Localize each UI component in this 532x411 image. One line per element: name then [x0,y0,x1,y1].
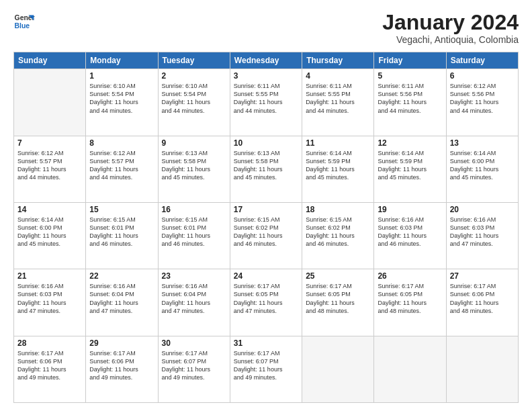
calendar-day-cell [302,336,374,402]
calendar-day-cell [374,336,446,402]
day-number: 5 [378,71,442,81]
day-number: 6 [450,71,515,81]
day-info: Sunrise: 6:14 AM Sunset: 5:59 PM Dayligh… [306,149,370,182]
calendar-day-cell: 12Sunrise: 6:14 AM Sunset: 5:59 PM Dayli… [374,136,446,202]
day-info: Sunrise: 6:17 AM Sunset: 6:07 PM Dayligh… [162,349,226,382]
day-number: 21 [17,271,82,281]
day-number: 3 [234,71,298,81]
day-info: Sunrise: 6:17 AM Sunset: 6:05 PM Dayligh… [234,282,298,315]
day-number: 27 [450,271,515,281]
calendar-day-cell: 7Sunrise: 6:12 AM Sunset: 5:57 PM Daylig… [14,136,86,202]
svg-text:Blue: Blue [15,22,30,30]
day-number: 18 [306,205,370,214]
logo: General Blue [13,11,35,32]
calendar-day-cell: 23Sunrise: 6:16 AM Sunset: 6:04 PM Dayli… [158,269,230,336]
day-info: Sunrise: 6:14 AM Sunset: 5:59 PM Dayligh… [378,149,442,182]
day-number: 25 [306,271,370,281]
day-info: Sunrise: 6:16 AM Sunset: 6:03 PM Dayligh… [17,282,82,315]
calendar-day-cell: 9Sunrise: 6:13 AM Sunset: 5:58 PM Daylig… [158,136,230,202]
day-info: Sunrise: 6:12 AM Sunset: 5:56 PM Dayligh… [450,82,515,115]
day-info: Sunrise: 6:15 AM Sunset: 6:01 PM Dayligh… [89,216,154,248]
day-info: Sunrise: 6:17 AM Sunset: 6:06 PM Dayligh… [450,282,515,315]
day-info: Sunrise: 6:15 AM Sunset: 6:01 PM Dayligh… [162,216,226,248]
calendar-day-cell: 28Sunrise: 6:17 AM Sunset: 6:06 PM Dayli… [14,336,86,402]
calendar-day-cell: 8Sunrise: 6:12 AM Sunset: 5:57 PM Daylig… [86,136,158,202]
calendar-day-cell: 19Sunrise: 6:16 AM Sunset: 6:03 PM Dayli… [374,202,446,269]
calendar-header-cell: Thursday [302,52,374,69]
calendar-week-row: 28Sunrise: 6:17 AM Sunset: 6:06 PM Dayli… [14,336,519,402]
calendar-day-cell: 10Sunrise: 6:13 AM Sunset: 5:58 PM Dayli… [230,136,302,202]
day-info: Sunrise: 6:17 AM Sunset: 6:06 PM Dayligh… [17,349,82,382]
header: General Blue January 2024 Vegachi, Antio… [13,11,519,45]
day-info: Sunrise: 6:17 AM Sunset: 6:06 PM Dayligh… [89,349,154,382]
calendar-header-cell: Sunday [14,52,86,69]
day-number: 14 [17,205,82,214]
calendar-week-row: 14Sunrise: 6:14 AM Sunset: 6:00 PM Dayli… [14,202,519,269]
calendar-day-cell: 26Sunrise: 6:17 AM Sunset: 6:05 PM Dayli… [374,269,446,336]
day-info: Sunrise: 6:17 AM Sunset: 6:07 PM Dayligh… [234,349,298,382]
day-info: Sunrise: 6:15 AM Sunset: 6:02 PM Dayligh… [306,216,370,248]
logo-icon: General Blue [13,11,35,32]
calendar-day-cell: 4Sunrise: 6:11 AM Sunset: 5:55 PM Daylig… [302,69,374,136]
calendar-day-cell [446,336,518,402]
title-block: January 2024 Vegachi, Antioquia, Colombi… [382,11,519,45]
calendar-week-row: 1Sunrise: 6:10 AM Sunset: 5:54 PM Daylig… [14,69,519,136]
day-number: 22 [89,271,154,281]
calendar-header-cell: Wednesday [230,52,302,69]
day-info: Sunrise: 6:16 AM Sunset: 6:03 PM Dayligh… [450,216,515,248]
day-info: Sunrise: 6:10 AM Sunset: 5:54 PM Dayligh… [162,82,226,115]
calendar-table: SundayMondayTuesdayWednesdayThursdayFrid… [13,52,519,403]
day-number: 1 [89,71,154,81]
day-number: 29 [89,338,154,348]
calendar-day-cell: 1Sunrise: 6:10 AM Sunset: 5:54 PM Daylig… [86,69,158,136]
day-info: Sunrise: 6:13 AM Sunset: 5:58 PM Dayligh… [234,149,298,182]
calendar-header-cell: Tuesday [158,52,230,69]
day-number: 30 [162,338,226,348]
day-number: 11 [306,138,370,148]
calendar-day-cell: 5Sunrise: 6:11 AM Sunset: 5:56 PM Daylig… [374,69,446,136]
day-number: 19 [378,205,442,214]
day-number: 2 [162,71,226,81]
day-info: Sunrise: 6:13 AM Sunset: 5:58 PM Dayligh… [162,149,226,182]
calendar-day-cell: 29Sunrise: 6:17 AM Sunset: 6:06 PM Dayli… [86,336,158,402]
day-number: 16 [162,205,226,214]
day-info: Sunrise: 6:12 AM Sunset: 5:57 PM Dayligh… [89,149,154,182]
calendar-day-cell: 15Sunrise: 6:15 AM Sunset: 6:01 PM Dayli… [86,202,158,269]
calendar-day-cell: 20Sunrise: 6:16 AM Sunset: 6:03 PM Dayli… [446,202,518,269]
day-info: Sunrise: 6:10 AM Sunset: 5:54 PM Dayligh… [89,82,154,115]
calendar-body: 1Sunrise: 6:10 AM Sunset: 5:54 PM Daylig… [14,69,519,403]
day-number: 28 [17,338,82,348]
calendar-day-cell [14,69,86,136]
day-info: Sunrise: 6:11 AM Sunset: 5:55 PM Dayligh… [306,82,370,115]
day-number: 12 [378,138,442,148]
day-info: Sunrise: 6:16 AM Sunset: 6:03 PM Dayligh… [378,216,442,248]
day-info: Sunrise: 6:11 AM Sunset: 5:56 PM Dayligh… [378,82,442,115]
day-info: Sunrise: 6:17 AM Sunset: 6:05 PM Dayligh… [378,282,442,315]
day-number: 17 [234,205,298,214]
day-number: 4 [306,71,370,81]
day-info: Sunrise: 6:14 AM Sunset: 6:00 PM Dayligh… [17,216,82,248]
day-number: 9 [162,138,226,148]
calendar-header-cell: Monday [86,52,158,69]
calendar-day-cell: 13Sunrise: 6:14 AM Sunset: 6:00 PM Dayli… [446,136,518,202]
subtitle: Vegachi, Antioquia, Colombia [382,34,519,45]
day-info: Sunrise: 6:17 AM Sunset: 6:05 PM Dayligh… [306,282,370,315]
day-number: 23 [162,271,226,281]
day-info: Sunrise: 6:15 AM Sunset: 6:02 PM Dayligh… [234,216,298,248]
calendar-week-row: 21Sunrise: 6:16 AM Sunset: 6:03 PM Dayli… [14,269,519,336]
day-number: 10 [234,138,298,148]
day-info: Sunrise: 6:12 AM Sunset: 5:57 PM Dayligh… [17,149,82,182]
calendar-day-cell: 16Sunrise: 6:15 AM Sunset: 6:01 PM Dayli… [158,202,230,269]
day-number: 20 [450,205,515,214]
calendar-day-cell: 31Sunrise: 6:17 AM Sunset: 6:07 PM Dayli… [230,336,302,402]
calendar-day-cell: 3Sunrise: 6:11 AM Sunset: 5:55 PM Daylig… [230,69,302,136]
day-number: 13 [450,138,515,148]
calendar-day-cell: 30Sunrise: 6:17 AM Sunset: 6:07 PM Dayli… [158,336,230,402]
day-number: 24 [234,271,298,281]
day-number: 8 [89,138,154,148]
calendar-day-cell: 22Sunrise: 6:16 AM Sunset: 6:04 PM Dayli… [86,269,158,336]
calendar-day-cell: 27Sunrise: 6:17 AM Sunset: 6:06 PM Dayli… [446,269,518,336]
day-number: 7 [17,138,82,148]
day-info: Sunrise: 6:16 AM Sunset: 6:04 PM Dayligh… [89,282,154,315]
calendar-header-cell: Friday [374,52,446,69]
